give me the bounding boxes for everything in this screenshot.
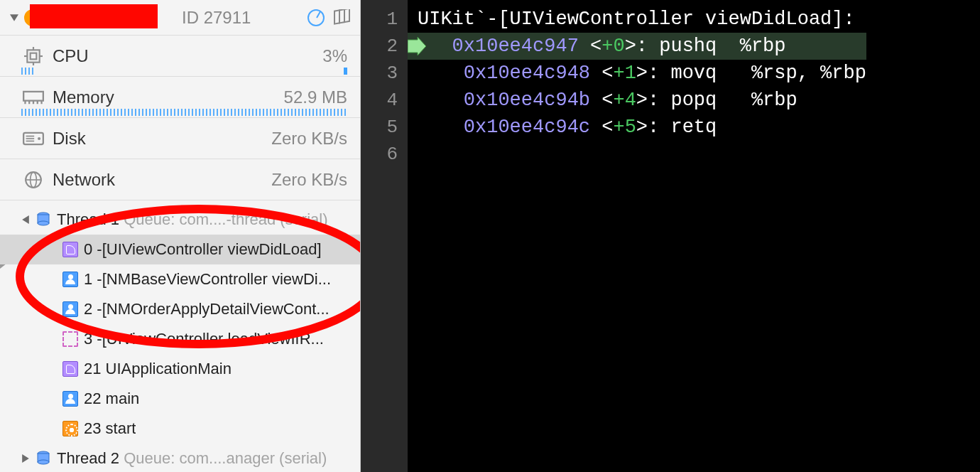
thread-queue: Queue: com....anager (serial) <box>124 449 327 467</box>
thread-spool-icon <box>36 212 51 227</box>
code-line[interactable] <box>408 141 866 168</box>
line-number: 6 <box>361 141 398 168</box>
code-line[interactable]: 0x10ee4c948 <+1>: movq %rsp, %rbp <box>408 60 866 87</box>
thread-spool-icon <box>36 451 51 466</box>
frame-kind-icon <box>62 301 78 317</box>
frame-label: 2 -[NMOrderApplyDetailViewCont... <box>84 300 330 318</box>
svg-rect-5 <box>31 53 37 59</box>
code-line[interactable]: 0x10ee4c947 <+0>: pushq %rbp <box>408 33 866 60</box>
metric-value: 3% <box>322 46 347 66</box>
memory-icon <box>23 88 44 107</box>
thread-label: Thread 2 Queue: com....anager (serial) <box>57 449 327 468</box>
frame-kind-icon <box>62 421 78 436</box>
thread-label: Thread 1 Queue: com....-thread (serial) <box>57 210 328 229</box>
disclosure-triangle-icon[interactable] <box>21 215 30 224</box>
metric-value: Zero KB/s <box>271 129 347 149</box>
gauge-icon[interactable] <box>307 9 325 26</box>
view-hierarchy-icon[interactable] <box>333 9 350 26</box>
svg-point-17 <box>38 136 40 139</box>
redaction-overlay <box>30 4 158 28</box>
line-number: 1 <box>361 6 398 33</box>
frame-label: 21 UIApplicationMain <box>84 360 232 378</box>
code-line[interactable]: 0x10ee4c94b <+4>: popq %rbp <box>408 87 866 114</box>
thread-row-1[interactable]: Thread 1 Queue: com....-thread (serial) <box>0 205 360 235</box>
thread-queue: Queue: com....-thread (serial) <box>124 210 327 228</box>
metric-label: Disk <box>53 129 86 149</box>
process-row[interactable]: ID 27911 <box>0 0 360 36</box>
svg-rect-2 <box>339 9 344 23</box>
metric-cpu-row[interactable]: CPU 3% <box>0 36 360 77</box>
svg-rect-10 <box>23 91 43 100</box>
frame-kind-icon <box>62 361 78 377</box>
svg-point-31 <box>38 460 49 464</box>
frame-label: 3 -[UIViewController loadViewIfR... <box>84 330 324 348</box>
debug-navigator-sidebar: ID 27911 CPU 3% Memory 52.9 MB Disk Zero… <box>0 0 361 472</box>
metric-disk-row[interactable]: Disk Zero KB/s <box>0 118 360 159</box>
thread-name: Thread 2 <box>57 449 119 467</box>
cpu-icon <box>23 47 44 65</box>
svg-marker-33 <box>408 37 426 55</box>
frame-label: 22 main <box>84 390 139 408</box>
thread-row-2[interactable]: Thread 2 Queue: com....anager (serial) <box>0 444 360 472</box>
metric-memory-row[interactable]: Memory 52.9 MB <box>0 77 360 118</box>
line-number: 2 <box>361 33 398 60</box>
metric-sparkline <box>21 68 347 75</box>
stack-frame-row[interactable]: 2 -[NMOrderApplyDetailViewCont... <box>0 294 360 324</box>
svg-marker-0 <box>10 14 18 21</box>
line-number: 4 <box>361 87 398 114</box>
metric-sparkline <box>21 109 347 116</box>
svg-rect-1 <box>334 10 339 23</box>
thread-name: Thread 1 <box>57 210 119 228</box>
program-counter-arrow-icon <box>408 33 426 60</box>
svg-marker-28 <box>22 454 29 463</box>
svg-point-27 <box>38 221 49 225</box>
frame-label: 0 -[UIViewController viewDidLoad] <box>84 240 322 259</box>
metric-label: CPU <box>53 46 89 66</box>
disclosure-triangle-icon[interactable] <box>21 454 30 463</box>
metric-value: 52.9 MB <box>284 87 347 107</box>
frame-kind-icon <box>62 391 78 407</box>
frame-kind-icon <box>62 242 78 257</box>
code-line[interactable]: 0x10ee4c94c <+5>: retq <box>408 114 866 141</box>
metric-label: Network <box>53 170 115 190</box>
frame-label: 23 start <box>84 419 136 438</box>
stack-frame-row[interactable]: 0 -[UIViewController viewDidLoad] <box>0 235 360 264</box>
line-number: 3 <box>361 60 398 87</box>
stack-frame-row[interactable]: 22 main <box>0 384 360 414</box>
code-area[interactable]: UIKit`-[UIViewController viewDidLoad]: 0… <box>408 0 866 472</box>
network-icon <box>23 171 44 189</box>
disassembly-editor[interactable]: 123456 UIKit`-[UIViewController viewDidL… <box>361 0 980 472</box>
svg-marker-24 <box>22 215 29 224</box>
metric-label: Memory <box>53 87 114 107</box>
stack-frame-row[interactable]: 3 -[UIViewController loadViewIfR... <box>0 324 360 354</box>
svg-rect-4 <box>27 50 39 62</box>
disk-icon <box>23 129 44 148</box>
stack-frame-row[interactable]: 1 -[NMBaseViewController viewDi... <box>0 264 360 294</box>
metric-network-row[interactable]: Network Zero KB/s <box>0 159 360 200</box>
stack-frame-list: 0 -[UIViewController viewDidLoad]1 -[NMB… <box>0 235 360 444</box>
code-line[interactable]: UIKit`-[UIViewController viewDidLoad]: <box>408 6 866 33</box>
line-number-gutter: 123456 <box>361 0 408 472</box>
disclosure-triangle-icon[interactable] <box>10 14 18 22</box>
frame-label: 1 -[NMBaseViewController viewDi... <box>84 270 331 289</box>
metric-value: Zero KB/s <box>271 170 347 190</box>
svg-rect-3 <box>344 9 349 22</box>
line-number: 5 <box>361 114 398 141</box>
process-pid: ID 27911 <box>182 8 251 28</box>
frame-kind-icon <box>62 272 78 287</box>
stack-frame-row[interactable]: 23 start <box>0 414 360 444</box>
stack-frame-row[interactable]: 21 UIApplicationMain <box>0 354 360 384</box>
frame-kind-icon <box>62 331 78 347</box>
